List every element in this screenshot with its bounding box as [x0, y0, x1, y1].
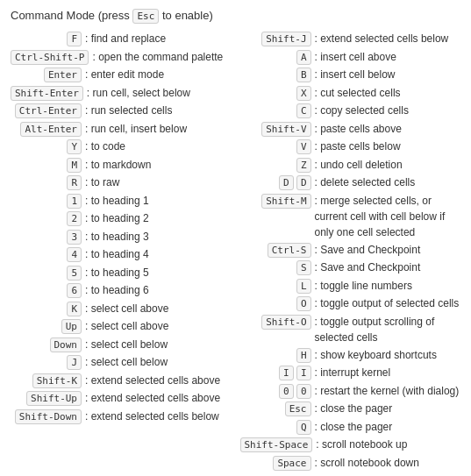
shortcut-description: : to heading 6	[85, 282, 232, 298]
keyboard-shortcut: 0	[279, 384, 294, 399]
shortcut-row: Down: select cell below	[11, 337, 232, 353]
key-cell: Shift-Down	[11, 409, 85, 425]
key-cell: Ctrl-S	[240, 242, 315, 259]
keyboard-shortcut: Up	[61, 319, 82, 334]
keyboard-shortcut: Ctrl-Shift-P	[11, 50, 89, 65]
shortcut-description: : show keyboard shortcuts	[315, 347, 461, 363]
shortcut-description: : cut selected cells	[315, 85, 461, 101]
keyboard-shortcut: C	[296, 103, 311, 118]
page-title: Command Mode (press Esc to enable)	[11, 9, 460, 22]
key-cell: 2	[11, 210, 85, 227]
shortcut-row: K: select cell above	[11, 301, 232, 317]
key-cell: M	[11, 157, 85, 174]
key-cell: Y	[11, 139, 85, 155]
shortcut-row: 5: to heading 5	[11, 265, 232, 281]
key-cell: Ctrl-Enter	[11, 103, 85, 119]
shortcut-row: S: Save and Checkpoint	[240, 259, 461, 276]
shortcut-row: Esc: close the pager	[240, 401, 461, 417]
shortcut-description: : extend selected cells above	[85, 390, 232, 406]
shortcut-row: D D: delete selected cells	[240, 174, 461, 191]
key-cell: 5	[11, 265, 85, 281]
key-cell: Ctrl-Shift-P	[11, 49, 92, 66]
keyboard-shortcut: M	[67, 158, 82, 173]
shortcut-description: : run cell, insert below	[85, 121, 232, 137]
shortcut-row: A: insert cell above	[240, 49, 461, 66]
key-cell: Shift-O	[240, 314, 315, 330]
keyboard-shortcut: B	[296, 67, 311, 82]
shortcut-row: X: cut selected cells	[240, 85, 461, 102]
keyboard-shortcut: Z	[296, 158, 311, 173]
keyboard-shortcut: Esc	[285, 401, 311, 416]
keyboard-shortcut: Shift-J	[261, 32, 310, 46]
keyboard-shortcut: D	[279, 175, 294, 190]
keyboard-shortcut: I	[296, 366, 311, 380]
keyboard-shortcut: F	[67, 32, 82, 46]
shortcut-row: J: select cell below	[11, 354, 232, 371]
shortcut-description: : Save and Checkpoint	[315, 259, 461, 275]
shortcut-row: 2: to heading 2	[11, 210, 232, 227]
key-cell: Shift-Enter	[11, 85, 87, 102]
shortcut-row: Shift-Enter: run cell, select below	[11, 85, 232, 102]
shortcut-description: : select cell below	[85, 337, 232, 352]
keyboard-shortcut: 3	[67, 230, 82, 245]
keyboard-shortcut: Ctrl-Enter	[15, 103, 82, 118]
shortcut-row: Shift-K: extend selected cells above	[11, 373, 232, 389]
shortcut-description: : insert cell below	[315, 67, 461, 82]
shortcut-description: : interrupt kernel	[315, 365, 461, 380]
shortcut-row: Q: close the pager	[240, 419, 461, 436]
keyboard-shortcut: D	[296, 175, 311, 190]
shortcut-row: 6: to heading 6	[11, 282, 232, 299]
shortcut-description: : extend selected cells below	[85, 409, 232, 424]
shortcut-description: : insert cell above	[315, 49, 461, 65]
shortcut-description: : to heading 4	[85, 246, 232, 262]
keyboard-shortcut: 0	[296, 384, 311, 399]
key-cell: A	[240, 49, 315, 66]
key-cell: J	[11, 354, 85, 371]
key-cell: Alt-Enter	[11, 121, 85, 138]
key-cell: H	[240, 347, 315, 364]
key-cell: Shift-Up	[11, 390, 85, 407]
shortcut-description: : extend selected cells above	[85, 373, 232, 388]
key-cell: Z	[240, 157, 315, 174]
key-cell: D D	[240, 174, 315, 191]
keyboard-shortcut: K	[67, 302, 82, 316]
shortcut-description: : restart the kernel (with dialog)	[315, 383, 461, 399]
shortcut-row: Shift-J: extend selected cells below	[240, 31, 461, 47]
keyboard-shortcut: Space	[273, 456, 310, 471]
shortcut-description: : paste cells above	[315, 121, 461, 137]
shortcut-row: L: toggle line numbers	[240, 278, 461, 295]
keyboard-shortcut: Enter	[44, 67, 82, 82]
key-cell: Enter	[11, 67, 85, 83]
shortcut-row: 1: to heading 1	[11, 193, 232, 210]
key-cell: 0 0	[240, 383, 315, 400]
key-cell: S	[240, 259, 315, 276]
shortcut-description: : undo cell deletion	[315, 157, 461, 173]
keyboard-shortcut: O	[296, 296, 311, 311]
right-column: Shift-J: extend selected cells belowA: i…	[240, 31, 461, 472]
shortcut-description: : run selected cells	[85, 103, 232, 118]
shortcut-row: B: insert cell below	[240, 67, 461, 83]
shortcut-row: 4: to heading 4	[11, 246, 232, 263]
key-cell: 1	[11, 193, 85, 210]
shortcut-description: : select cell below	[85, 354, 232, 370]
shortcut-description: : to heading 2	[85, 210, 232, 226]
shortcut-row: Ctrl-Shift-P: open the command palette	[11, 49, 232, 66]
keyboard-shortcut: Shift-M	[261, 194, 310, 209]
esc-key-title: Esc	[132, 9, 159, 24]
shortcut-row: F: find and replace	[11, 31, 232, 47]
key-cell: F	[11, 31, 85, 47]
shortcut-description: : scroll notebook up	[316, 437, 460, 452]
shortcut-row: Up: select cell above	[11, 318, 232, 335]
shortcut-description: : to raw	[85, 174, 232, 190]
shortcut-row: Shift-Down: extend selected cells below	[11, 409, 232, 425]
shortcut-description: : scroll notebook down	[315, 455, 461, 471]
key-cell: Down	[11, 337, 85, 353]
key-cell: Shift-M	[240, 193, 315, 210]
shortcut-description: : toggle output of selected cells	[315, 295, 461, 311]
shortcut-description: : select cell above	[85, 301, 232, 316]
shortcut-row: M: to markdown	[11, 157, 232, 174]
shortcut-description: : copy selected cells	[315, 103, 461, 118]
keyboard-shortcut: A	[296, 50, 311, 65]
shortcut-description: : close the pager	[315, 401, 461, 416]
key-cell: V	[240, 139, 315, 155]
